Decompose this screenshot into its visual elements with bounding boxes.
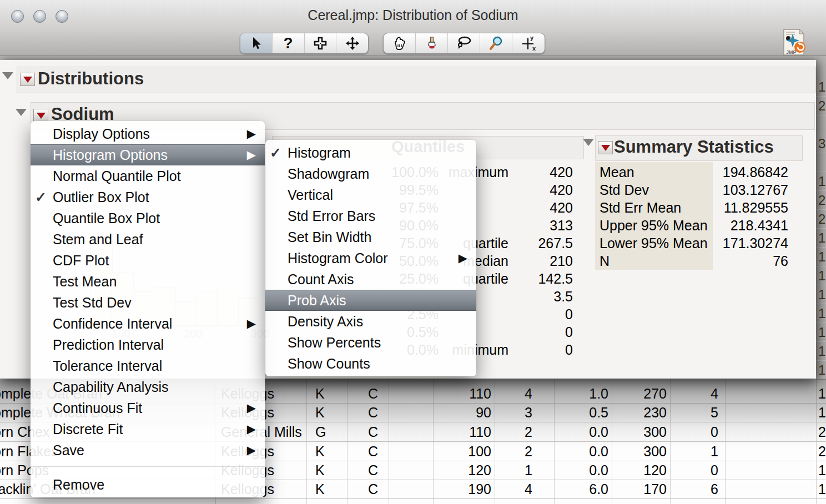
submenu-item-vertical[interactable]: Vertical — [265, 184, 476, 205]
cell-code[interactable]: K — [315, 384, 343, 403]
menu-item-remove[interactable]: Remove — [31, 474, 265, 495]
magnifier-tool[interactable] — [480, 33, 512, 53]
menu-item-cdf-plot[interactable]: CDF Plot — [31, 250, 265, 271]
submenu-item-count-axis[interactable]: Count Axis — [265, 269, 476, 290]
crosshair-tool[interactable]: y x — [512, 33, 544, 53]
submenu-arrow-icon: ▶ — [247, 123, 256, 144]
cell-protein[interactable]: 1 — [496, 461, 532, 480]
menu-item-label: Test Mean — [53, 274, 117, 289]
cell-clipped[interactable]: 1 — [818, 480, 826, 498]
cell-fiber[interactable]: 6 — [671, 480, 718, 498]
cell-calories[interactable]: 110 — [434, 384, 491, 403]
cell-sodium[interactable]: 170 — [613, 480, 667, 498]
cell-code[interactable]: K — [315, 461, 343, 480]
cell-protein[interactable]: 4 — [496, 384, 532, 403]
menu-item-quantile-box-plot[interactable]: Quantile Box Plot — [31, 208, 265, 229]
grabber-hand-tool[interactable] — [384, 33, 416, 53]
red-triangle-button[interactable] — [20, 73, 35, 86]
cell-fat[interactable]: 0.0 — [555, 422, 608, 441]
menu-item-test-mean[interactable]: Test Mean — [31, 271, 265, 292]
cell-type[interactable]: C — [368, 422, 390, 441]
cell-sodium[interactable]: 300 — [613, 442, 667, 461]
cell-type[interactable]: C — [368, 384, 390, 403]
cell-calories[interactable]: 190 — [434, 480, 491, 498]
cell-clipped[interactable]: 1 — [818, 384, 826, 403]
cell-fiber[interactable]: 0 — [671, 461, 718, 480]
menu-item-histogram-options[interactable]: Histogram Options ▶ — [31, 144, 265, 165]
lasso-tool[interactable] — [448, 33, 480, 53]
disclosure-triangle[interactable] — [2, 72, 13, 79]
jmp-document-button[interactable]: JMP — [782, 28, 807, 56]
cell-fat[interactable]: 0.0 — [555, 442, 608, 461]
cell-fiber[interactable]: 1 — [671, 442, 718, 461]
cell-calories[interactable]: 110 — [434, 422, 491, 441]
cell-clipped[interactable]: 2 — [818, 422, 826, 441]
submenu-item-density-axis[interactable]: Density Axis — [265, 311, 476, 332]
cell-fiber[interactable]: 4 — [671, 384, 718, 403]
submenu-item-prob-axis[interactable]: Prob Axis — [265, 290, 476, 311]
toolbar-group-tools: ? — [240, 33, 369, 54]
cell-fiber[interactable]: 5 — [671, 403, 718, 422]
cell-code[interactable]: K — [315, 403, 343, 422]
cell-fat[interactable]: 0.5 — [555, 403, 608, 422]
cell-sodium[interactable]: 230 — [613, 403, 667, 422]
menu-item-normal-quantile-plot[interactable]: Normal Quantile Plot — [31, 165, 265, 187]
submenu-item-shadowgram[interactable]: Shadowgram — [265, 163, 476, 184]
submenu-item-set-bin-width[interactable]: Set Bin Width — [265, 226, 476, 248]
menu-item-discrete-fit[interactable]: Discrete Fit ▶ — [31, 419, 265, 440]
cell-clipped[interactable]: 1 — [818, 461, 826, 480]
menu-item-save[interactable]: Save ▶ — [31, 440, 265, 461]
menu-item-prediction-interval[interactable]: Prediction Interval — [31, 334, 265, 355]
cell-code[interactable]: K — [315, 480, 343, 498]
cell-type[interactable]: C — [368, 442, 390, 461]
cell-type[interactable]: C — [368, 480, 390, 498]
cell-fat[interactable]: 0.0 — [555, 461, 608, 480]
stat-label: N — [600, 252, 722, 270]
menu-item-display-options[interactable]: Display Options ▶ — [31, 123, 265, 144]
menu-item-confidence-interval[interactable]: Confidence Interval ▶ — [31, 313, 265, 334]
submenu-item-histogram[interactable]: ✓ Histogram — [265, 142, 476, 163]
cell-fat[interactable]: 6.0 — [555, 480, 608, 498]
cell-code[interactable]: G — [315, 422, 343, 441]
cell-sodium[interactable]: 300 — [613, 422, 667, 441]
arrow-cursor-tool[interactable] — [240, 33, 273, 53]
fat-plus-icon — [313, 36, 328, 51]
clipped-cell: 1 — [816, 248, 826, 266]
submenu-item-show-percents[interactable]: Show Percents — [265, 332, 476, 353]
cell-protein[interactable]: 3 — [496, 403, 532, 422]
fat-plus-select-tool[interactable] — [305, 33, 337, 53]
cell-clipped[interactable]: 2 — [818, 442, 826, 461]
menu-item-capability-analysis[interactable]: Capability Analysis — [31, 376, 265, 397]
submenu-item-std-error-bars[interactable]: Std Error Bars — [265, 205, 476, 226]
cell-clipped[interactable]: 1 — [818, 403, 826, 422]
cell-fiber[interactable]: 0 — [671, 422, 718, 441]
menu-item-stem-and-leaf[interactable]: Stem and Leaf — [31, 229, 265, 250]
cell-code[interactable]: K — [315, 442, 343, 461]
cell-type[interactable]: C — [368, 403, 390, 422]
cell-calories[interactable]: 120 — [434, 461, 491, 480]
menu-item-continuous-fit[interactable]: Continuous Fit ▶ — [31, 397, 265, 419]
cell-protein[interactable]: 4 — [496, 480, 532, 498]
disclosure-triangle[interactable] — [16, 109, 27, 116]
stat-value: 218.4341 — [711, 216, 788, 234]
cell-calories[interactable]: 100 — [434, 442, 491, 461]
red-triangle-button[interactable] — [33, 109, 48, 122]
brush-tool[interactable] — [416, 33, 448, 53]
help-tool[interactable]: ? — [273, 33, 305, 53]
red-triangle-button[interactable] — [598, 141, 613, 154]
submenu-item-histogram-color[interactable]: Histogram Color ▶ — [265, 248, 476, 269]
move-tool[interactable] — [336, 33, 368, 53]
submenu-item-show-counts[interactable]: Show Counts — [265, 353, 476, 374]
menu-item-outlier-box-plot[interactable]: ✓ Outlier Box Plot — [31, 187, 265, 208]
cell-fat[interactable]: 1.0 — [555, 384, 608, 403]
menu-item-tolerance-interval[interactable]: Tolerance Interval — [31, 355, 265, 376]
cell-protein[interactable]: 2 — [496, 442, 532, 461]
svg-text:y: y — [530, 35, 534, 41]
cell-sodium[interactable]: 270 — [613, 384, 667, 403]
cell-protein[interactable]: 2 — [496, 422, 532, 441]
disclosure-triangle[interactable] — [583, 139, 594, 146]
cell-calories[interactable]: 90 — [434, 403, 491, 422]
cell-sodium[interactable]: 120 — [613, 461, 667, 480]
cell-type[interactable]: C — [368, 461, 390, 480]
menu-item-test-std-dev[interactable]: Test Std Dev — [31, 292, 265, 313]
